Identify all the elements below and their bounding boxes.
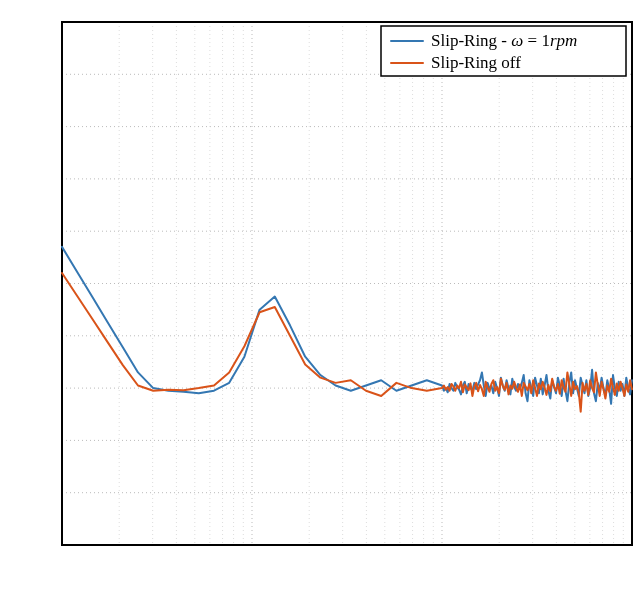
legend-label-1: Slip-Ring - ω = 1rpm: [431, 31, 577, 50]
series-line-2: [62, 273, 632, 412]
line-chart: Slip-Ring - ω = 1rpmSlip-Ring off: [0, 0, 644, 590]
legend-label-2: Slip-Ring off: [431, 53, 521, 72]
